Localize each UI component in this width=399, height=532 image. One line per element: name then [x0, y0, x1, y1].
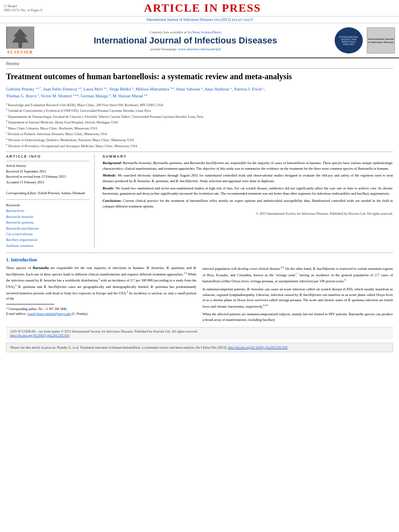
author-melissa: Melissa Matzumura b,d, — [136, 87, 176, 91]
keywords-section: Keywords: Bartonellosis Bartonella hense… — [6, 202, 89, 249]
article-info-column: ARTICLE INFO Article history: Received 2… — [6, 154, 95, 249]
intro-right-col: infected population will develop overt c… — [203, 265, 393, 322]
isid-logo: INTERNATIONAL SOCIETY FOR INFECTIOUS DIS… — [335, 27, 363, 53]
footnote-email-name: (G. Prutsky). — [72, 312, 88, 316]
article-info-header: ARTICLE INFO — [6, 154, 89, 158]
journal-link[interactable]: International Journal of Infectious Dise… — [146, 18, 253, 22]
keyword-bacillary[interactable]: Bacillary angiomatosis — [6, 237, 89, 242]
keyword-bacilliformis[interactable]: Bartonella bacilliformis — [6, 226, 89, 231]
results-text: We found two randomized and seven non-ra… — [103, 186, 393, 196]
elsevier-logo: ELSEVIER — [4, 27, 36, 54]
footnote-separator — [6, 304, 54, 304]
author-german: German Malaga b, — [80, 94, 112, 98]
article-content: Review Treatment outcomes of human barto… — [0, 58, 399, 355]
body-section: 1. Introduction Three species of Bartone… — [6, 257, 393, 322]
elsevier-tree-image — [6, 27, 34, 49]
author-victor: Victor M. Montori a,b,g, — [41, 94, 80, 98]
keyword-csd[interactable]: Cat scratch disease — [6, 231, 89, 237]
editor-label: Corresponding Editor: — [6, 191, 37, 195]
review-label: Review — [6, 62, 393, 66]
journal-name: International Journal of Infectious Dise… — [40, 35, 331, 46]
author-anas: Anas Shahrour a, — [204, 87, 234, 91]
accepted-date: Accepted 15 February 2013 — [6, 180, 89, 185]
contents-available-line: Contents lists available at SciVerse Sci… — [40, 30, 331, 34]
article-title: Treatment outcomes of human bartonellosi… — [6, 71, 393, 82]
top-bar: G Model IJID-1673; No. of Pages 9 ARTICL… — [0, 0, 399, 16]
issn-line: 1201-9712/$36.00 – see front matter © 20… — [10, 329, 389, 333]
journal-homepage: journal homepage: www.elsevier.com/locat… — [40, 47, 331, 51]
conclusions-text: Current clinical practice for the treatm… — [103, 199, 393, 208]
history-label: Article history: — [6, 163, 89, 169]
article-info-summary: ARTICLE INFO Article history: Received 2… — [6, 154, 393, 249]
article-history: Article history: Received 25 September 2… — [6, 163, 89, 196]
tree-svg — [7, 27, 33, 49]
footnote-corresponding: * Corresponding author. Tel.: +1 507 266… — [6, 307, 197, 316]
homepage-link[interactable]: www.elsevier.com/locate/ijid — [178, 47, 220, 51]
intro-two-col: Three species of Bartonella are responsi… — [6, 265, 393, 322]
summary-header: SUMMARY — [103, 154, 393, 158]
author-juan: Juan Pablo Domecq a,b, — [43, 87, 83, 91]
author-amar: Amar Sabouni a, — [176, 87, 204, 91]
g-model-info: G Model IJID-1673; No. of Pages 9 — [4, 4, 42, 12]
elsevier-wordmark: ELSEVIER — [7, 49, 33, 54]
background-text: Bartonella henselae, Bartonella quintana… — [103, 161, 393, 170]
doi-link[interactable]: http://dx.doi.org/10.1016/j.ijid.2013.02… — [10, 333, 70, 337]
intro-left-col: Three species of Bartonella are responsi… — [6, 265, 197, 322]
author-gabriela: Gabriela Prutsky a,b,*, — [6, 87, 43, 91]
footnote-email-label: E-mail address: — [6, 312, 27, 316]
keyword-quintana[interactable]: Bartonella quintana — [6, 220, 89, 225]
author-serge: Serge Bebko b, — [109, 87, 136, 91]
revised-date: Received in revised form 12 February 201… — [6, 174, 89, 180]
editor-line: Corresponding Editor: Eskild Petersen, A… — [6, 191, 89, 196]
journal-title-block: Contents lists available at SciVerse Sci… — [40, 30, 331, 51]
copyright-line: © 2013 International Society for Infecti… — [103, 211, 393, 216]
methods-label: Methods: — [103, 173, 118, 177]
conclusions-label: Conclusions: — [103, 199, 123, 203]
cite-doi-link[interactable]: http://dx.doi.org/10.1016/j.ijid.2013.02… — [228, 345, 288, 349]
summary-text: Background: Bartonella henselae, Bartone… — [103, 160, 393, 216]
author-laura: Laura Mori b,c, — [84, 87, 109, 91]
bottom-info-bar: 1201-9712/$36.00 – see front matter © 20… — [6, 327, 393, 339]
keyword-bartonellosis[interactable]: Bartonellosis — [6, 208, 89, 214]
background-label: Background: — [103, 161, 123, 165]
author-hassan: M. Hassan Murad a,h — [113, 94, 148, 98]
affiliations: a Knowledge and Evaluation Research Unit… — [6, 102, 393, 149]
footnote-email-link[interactable]: prutskylopez.gabriela@mayo.edu — [27, 312, 71, 316]
ijid-logo-right: International Journal of Infectious Dise… — [367, 27, 395, 53]
methods-text: We searched electronic databases through… — [103, 173, 393, 183]
summary-column: SUMMARY Background: Bartonella henselae,… — [103, 154, 393, 249]
keyword-henselae[interactable]: Bartonella henselae — [6, 214, 89, 220]
cite-bar: Please cite this article in press as: Pr… — [6, 343, 393, 352]
results-label: Results: — [103, 186, 115, 190]
keywords-header: Keywords: — [6, 202, 89, 208]
journal-link-bar: International Journal of Infectious Dise… — [0, 16, 399, 23]
editor-name: Eskild Petersen, Aarhus, Denmark — [38, 191, 85, 195]
author-patricia: Patricia J. Erwin e, — [234, 87, 265, 91]
author-thomas: Thomas G. Boyce f, — [6, 94, 41, 98]
journal-header: ELSEVIER Contents lists available at Sci… — [0, 23, 399, 58]
received-date: Received 25 September 2012 — [6, 169, 89, 175]
authors: Gabriela Prutsky a,b,*, Juan Pablo Domec… — [6, 86, 393, 100]
article-in-press-label: ARTICLE IN PRESS — [42, 2, 363, 14]
intro-section-title: 1. Introduction — [6, 257, 393, 263]
sciverse-link[interactable]: SciVerse ScienceDirect — [187, 30, 221, 34]
keyword-antibiotic[interactable]: Antibiotic treatment — [6, 243, 89, 249]
cite-text: Please cite this article in press as: Pr… — [10, 345, 227, 349]
svg-rect-2 — [19, 45, 22, 48]
